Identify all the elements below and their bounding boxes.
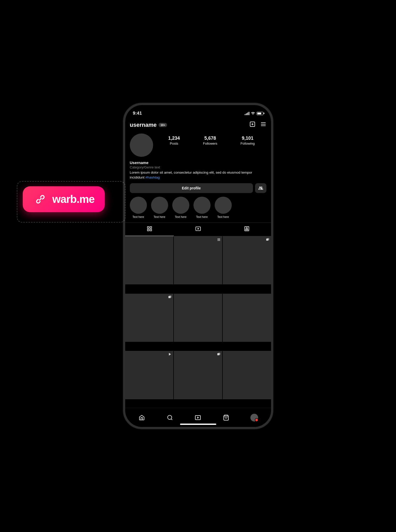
reels-indicator-icon — [217, 238, 221, 242]
reels-icon — [195, 226, 201, 233]
tab-reels[interactable] — [174, 223, 222, 236]
avatar[interactable] — [130, 134, 153, 157]
tab-tagged[interactable] — [222, 223, 271, 236]
list-item[interactable]: Text here — [215, 197, 232, 218]
list-item[interactable]: Text here — [151, 197, 168, 218]
menu-icon[interactable] — [260, 121, 266, 129]
action-buttons: Edit profile — [125, 183, 271, 197]
reels-indicator-icon — [168, 352, 172, 357]
nav-shop[interactable] — [220, 411, 233, 424]
header-actions — [249, 121, 266, 129]
posts-stat[interactable]: 1,234 Posts — [168, 136, 180, 146]
wifi-icon — [251, 111, 255, 115]
nav-search[interactable] — [163, 411, 176, 424]
svg-marker-18 — [169, 353, 171, 356]
content-tabs — [125, 223, 271, 236]
nav-home[interactable] — [135, 411, 148, 424]
phone-shell: 9:41 — [123, 103, 273, 429]
highlight-circle — [130, 197, 147, 214]
scene: 9:41 — [0, 0, 396, 532]
svg-rect-7 — [150, 227, 151, 228]
username-label: username — [130, 122, 157, 128]
add-friend-button[interactable] — [255, 183, 266, 193]
grid-icon — [147, 226, 152, 233]
battery-icon — [257, 112, 263, 115]
highlight-circle — [193, 197, 211, 214]
display-name: Username — [130, 160, 266, 165]
grid-cell[interactable] — [223, 236, 271, 285]
list-item[interactable]: Text here — [130, 197, 147, 218]
svg-rect-15 — [267, 238, 269, 240]
nav-profile[interactable] — [248, 411, 261, 424]
svg-marker-11 — [198, 228, 199, 230]
grid-cell[interactable] — [125, 236, 174, 285]
edit-profile-button[interactable]: Edit profile — [130, 183, 253, 193]
highlight-label: Text here — [154, 215, 165, 218]
carousel-indicator-icon — [168, 295, 172, 300]
profile-stats: 1,234 Posts 5,678 Followers 9,101 Follow… — [125, 131, 271, 160]
list-item[interactable]: Text here — [193, 197, 211, 218]
hashtag[interactable]: #hashtag — [145, 175, 160, 179]
svg-line-22 — [171, 419, 172, 420]
svg-marker-24 — [197, 417, 199, 419]
grid-cell[interactable] — [174, 351, 222, 399]
svg-rect-8 — [147, 229, 149, 231]
warb-badge: warb.me — [23, 186, 105, 212]
highlight-circle — [215, 197, 232, 214]
carousel-indicator-icon — [266, 238, 270, 242]
svg-rect-20 — [218, 353, 220, 355]
highlight-circle — [151, 197, 168, 214]
stats-row: 1,234 Posts 5,678 Followers 9,101 Follow… — [157, 136, 266, 146]
followers-label: Followers — [203, 142, 218, 145]
grid-cell[interactable] — [174, 294, 222, 342]
status-time: 9:41 — [133, 111, 142, 116]
highlight-label: Text here — [196, 215, 208, 218]
highlight-label: Text here — [217, 215, 229, 218]
profile-header: username 10+ — [125, 119, 271, 131]
followers-stat[interactable]: 5,678 Followers — [203, 136, 218, 146]
status-icons — [245, 111, 263, 115]
highlights-row: Text here Text here Text here Text here — [125, 197, 271, 223]
bio-text: Lorem ipsum dolor sit amet, consectetur … — [130, 170, 266, 180]
category-text: Category/Genre text — [130, 165, 266, 169]
grid-cell[interactable] — [125, 294, 174, 342]
following-count: 9,101 — [241, 136, 255, 141]
followers-count: 5,678 — [203, 136, 218, 141]
grid-cell[interactable] — [223, 294, 271, 342]
posts-count: 1,234 — [168, 136, 180, 141]
grid-cell[interactable] — [174, 236, 222, 285]
chain-link-icon — [33, 192, 48, 206]
tab-grid[interactable] — [125, 223, 174, 236]
add-post-icon[interactable] — [249, 121, 256, 129]
dynamic-island — [181, 109, 215, 117]
screen: 9:41 — [125, 105, 271, 427]
carousel-indicator-icon — [217, 352, 221, 357]
posts-label: Posts — [170, 142, 178, 145]
home-indicator — [180, 424, 216, 425]
svg-rect-9 — [150, 229, 151, 231]
notification-badge[interactable]: 10+ — [159, 123, 167, 127]
nav-reels[interactable] — [191, 411, 204, 424]
following-stat[interactable]: 9,101 Following — [241, 136, 255, 146]
svg-rect-17 — [169, 295, 171, 298]
svg-rect-6 — [147, 227, 149, 228]
svg-point-21 — [168, 415, 172, 419]
username-area: username 10+ — [130, 122, 167, 128]
bio-section: Username Category/Genre text Lorem ipsum… — [125, 160, 271, 183]
profile-avatar-icon — [250, 414, 258, 422]
warb-text: warb.me — [52, 193, 94, 205]
photo-grid — [125, 236, 271, 408]
tagged-icon — [244, 226, 250, 233]
signal-icon — [245, 112, 249, 115]
highlight-label: Text here — [175, 215, 186, 218]
highlight-label: Text here — [132, 215, 144, 218]
following-label: Following — [241, 142, 255, 145]
grid-cell[interactable] — [223, 351, 271, 399]
list-item[interactable]: Text here — [172, 197, 189, 218]
app-content: username 10+ — [125, 119, 271, 427]
grid-cell[interactable] — [125, 351, 174, 399]
highlight-circle — [172, 197, 189, 214]
